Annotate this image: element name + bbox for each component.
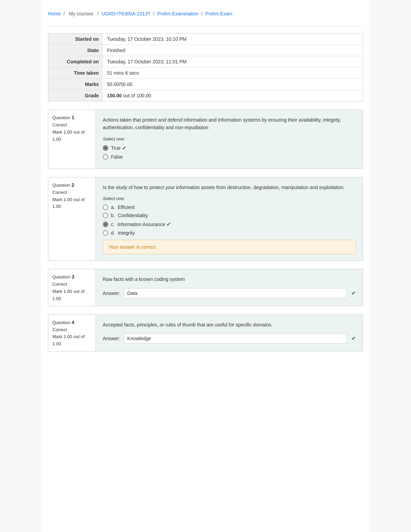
completed-on-label: Completed on: [48, 56, 103, 67]
question-number-2: Question 2: [52, 181, 91, 189]
grade-value: 100.00 out of 100.00: [103, 90, 363, 101]
option-label-1-0: True: [111, 145, 121, 151]
radio-2-0: [103, 205, 108, 210]
answer-label-4: Answer:: [103, 336, 120, 341]
option-letter-2-0: a.: [111, 205, 115, 210]
feedback-correct-2: Your answer is correct.: [103, 240, 356, 254]
question-mark-4: Mark 1.00 out of 1.00: [52, 333, 91, 348]
completed-on-value: Tuesday, 17 October 2023, 11:01 PM: [103, 56, 363, 67]
answer-row-3: Answer: ✔: [103, 288, 356, 298]
question-number-3: Question 3: [52, 273, 91, 281]
grade-label: Grade: [48, 90, 103, 101]
time-taken-value: 51 mins 6 secs: [103, 67, 363, 79]
summary-table: Started on Tuesday, 17 October 2023, 10:…: [48, 33, 363, 101]
question-content-1: Actions taken that protect and defend in…: [96, 110, 363, 169]
breadcrumb-prelim-exam[interactable]: Prelim Exam: [205, 11, 232, 16]
state-value: Finished: [103, 45, 363, 56]
breadcrumb-home[interactable]: Home: [48, 11, 61, 16]
question-content-2: Is the study of how to protect your info…: [96, 177, 363, 261]
question-sidebar-2: Question 2 Correct Mark 1.00 out of 1.00: [48, 177, 96, 261]
option-letter-2-1: b.: [111, 213, 115, 218]
time-taken-label: Time taken: [48, 67, 103, 79]
summary-row-time: Time taken 51 mins 6 secs: [48, 67, 363, 79]
question-block-3: Question 3 Correct Mark 1.00 out of 1.00…: [48, 269, 363, 306]
answer-row-4: Answer: ✔: [103, 333, 356, 344]
grade-bold: 100.00: [107, 93, 122, 98]
answer-input-4[interactable]: [124, 333, 347, 344]
summary-row-state: State Finished: [48, 45, 363, 56]
answer-input-3[interactable]: [124, 288, 347, 298]
question-content-3: Raw facts with a known coding system Ans…: [96, 269, 363, 306]
question-status-4: Correct: [52, 326, 91, 334]
question-block-4: Question 4 Correct Mark 1.00 out of 1.00…: [48, 314, 363, 351]
question-number-1: Question 1: [52, 113, 91, 122]
option-label-2-1: Confidentiality: [118, 213, 148, 218]
correct-check-2-2: ✔: [166, 221, 171, 227]
option-row-1-0: True✔: [103, 145, 356, 151]
summary-row-marks: Marks 50.00/50.00: [48, 79, 363, 90]
question-text-3: Raw facts with a known coding system: [103, 275, 356, 283]
question-block-2: Question 2 Correct Mark 1.00 out of 1.00…: [48, 177, 363, 261]
option-label-2-0: Efficient: [118, 205, 135, 210]
option-label-1-1: False: [111, 154, 123, 160]
question-status-3: Correct: [52, 281, 91, 288]
question-mark-1: Mark 1.00 out of 1.00: [52, 129, 91, 143]
question-text-1: Actions taken that protect and defend in…: [103, 116, 356, 132]
option-label-2-2: Information Assurance: [117, 222, 165, 227]
option-row-2-3: d. Integrity: [103, 230, 356, 236]
question-number-4: Question 4: [52, 318, 91, 326]
option-row-2-2: c. Information Assurance✔: [103, 221, 356, 227]
question-status-1: Correct: [52, 122, 91, 129]
question-text-2: Is the study of how to protect your info…: [103, 184, 356, 191]
question-content-4: Accepted facts, principles, or rules of …: [96, 314, 363, 351]
breadcrumb-prelim-examination[interactable]: Prelim Examination: [157, 11, 199, 16]
radio-2-3: [103, 230, 108, 236]
page-wrapper: Home / My courses / UGRD-IT6300A-2313T /…: [41, 0, 370, 532]
question-sidebar-4: Question 4 Correct Mark 1.00 out of 1.00: [48, 314, 96, 351]
radio-2-1: [103, 213, 108, 218]
breadcrumb: Home / My courses / UGRD-IT6300A-2313T /…: [48, 7, 363, 23]
question-sidebar-1: Question 1 Correct Mark 1.00 out of 1.00: [48, 110, 96, 169]
correct-check-4: ✔: [351, 335, 356, 342]
option-label-2-3: Integrity: [118, 230, 135, 236]
question-block-1: Question 1 Correct Mark 1.00 out of 1.00…: [48, 110, 363, 169]
option-letter-2-3: d.: [111, 230, 115, 236]
select-one-label-2: Select one:: [103, 196, 356, 201]
question-status-2: Correct: [52, 189, 91, 196]
option-row-1-1: False: [103, 154, 356, 160]
summary-row-started: Started on Tuesday, 17 October 2023, 10:…: [48, 34, 363, 45]
breadcrumb-divider: [48, 26, 363, 26]
radio-1-1: [103, 154, 108, 160]
started-on-label: Started on: [48, 34, 103, 45]
correct-check-1-0: ✔: [122, 145, 126, 151]
summary-row-completed: Completed on Tuesday, 17 October 2023, 1…: [48, 56, 363, 67]
question-sidebar-3: Question 3 Correct Mark 1.00 out of 1.00: [48, 269, 96, 306]
breadcrumb-course[interactable]: UGRD-IT6300A-2313T: [101, 11, 150, 16]
radio-1-0: [103, 145, 108, 151]
option-letter-2-2: c.: [111, 222, 115, 227]
question-mark-3: Mark 1.00 out of 1.00: [52, 288, 91, 302]
marks-value: 50.00/50.00: [103, 79, 363, 90]
started-on-value: Tuesday, 17 October 2023, 10:10 PM: [103, 34, 363, 45]
state-label: State: [48, 45, 103, 56]
summary-row-grade: Grade 100.00 out of 100.00: [48, 90, 363, 101]
answer-label-3: Answer:: [103, 290, 120, 296]
marks-label: Marks: [48, 79, 103, 90]
grade-suffix: out of 100.00: [122, 93, 151, 98]
questions-container: Question 1 Correct Mark 1.00 out of 1.00…: [48, 110, 363, 351]
radio-2-2: [103, 222, 108, 227]
question-mark-2: Mark 1.00 out of 1.00: [52, 196, 91, 211]
option-row-2-1: b. Confidentiality: [103, 213, 356, 218]
select-one-label-1: Select one:: [103, 136, 356, 141]
option-row-2-0: a. Efficient: [103, 205, 356, 210]
correct-check-3: ✔: [351, 290, 356, 296]
question-text-4: Accepted facts, principles, or rules of …: [103, 321, 356, 329]
breadcrumb-mycourses: My courses: [69, 11, 94, 16]
